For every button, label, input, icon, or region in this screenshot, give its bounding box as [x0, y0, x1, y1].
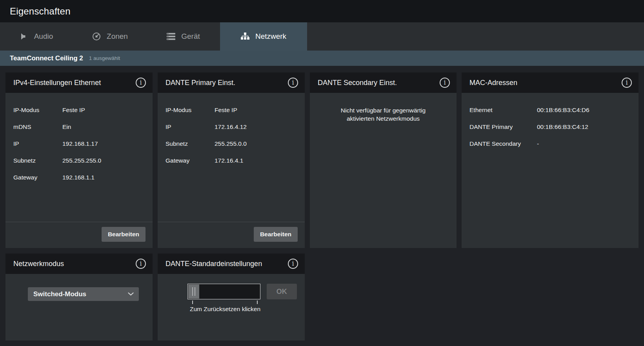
- card-title: MAC-Adressen: [469, 79, 517, 87]
- card-header: IPv4-Einstellungen Ethernet i: [5, 72, 153, 93]
- property-row: DANTE Primary 00:1B:66:B3:C4:12: [469, 123, 631, 130]
- card-title: IPv4-Einstellungen Ethernet: [13, 79, 101, 87]
- property-row: Gateway 192.168.1.1: [13, 174, 145, 181]
- reset-slider-handle[interactable]: [188, 284, 199, 299]
- property-label: Subnetz: [166, 140, 215, 147]
- property-label: DANTE Secondary: [469, 140, 537, 147]
- property-value: 255.255.255.0: [62, 157, 101, 164]
- chevron-down-icon: [128, 292, 134, 296]
- card-header: DANTE Secondary Einst. i: [310, 72, 457, 93]
- audio-speaker-icon: [20, 33, 28, 40]
- content-area: IPv4-Einstellungen Ethernet i IP-Modus F…: [0, 66, 644, 341]
- device-name: TeamConnect Ceiling 2: [10, 54, 83, 62]
- property-row: IP 192.168.1.17: [13, 140, 145, 147]
- property-row: Subnetz 255.255.255.0: [13, 157, 145, 164]
- device-subheader: TeamConnect Ceiling 2 1 ausgewählt: [0, 51, 644, 66]
- card-footer: Bearbeiten: [5, 222, 153, 248]
- card-dante-primary: DANTE Primary Einst. i IP-Modus Feste IP…: [158, 72, 305, 248]
- tab-audio[interactable]: Audio: [0, 22, 73, 51]
- card-footer: Bearbeiten: [158, 222, 305, 248]
- property-label: Ethernet: [469, 106, 537, 114]
- not-available-message: Nicht verfügbar für gegenwärtig aktivier…: [318, 106, 449, 123]
- network-tree-icon: [241, 33, 249, 40]
- tab-label: Gerät: [181, 32, 200, 41]
- property-label: IP: [166, 123, 215, 130]
- property-label: DANTE Primary: [469, 123, 537, 130]
- card-dante-defaults: DANTE-Standardeinstellungen i OK: [158, 254, 305, 341]
- slider-ticks: [187, 301, 263, 304]
- titlebar: Eigenschaften: [0, 0, 644, 22]
- info-icon[interactable]: i: [288, 259, 298, 269]
- edit-button[interactable]: Bearbeiten: [102, 227, 146, 242]
- card-dante-secondary: DANTE Secondary Einst. i Nicht verfügbar…: [310, 72, 457, 248]
- property-label: IP-Modus: [166, 106, 215, 114]
- card-title: DANTE Primary Einst.: [166, 79, 235, 87]
- property-value: 172.16.4.12: [215, 123, 247, 130]
- property-row: IP-Modus Feste IP: [166, 106, 297, 114]
- property-value: -: [537, 140, 539, 147]
- tab-label: Netzwerk: [255, 32, 286, 41]
- reset-slider-track[interactable]: [187, 284, 260, 299]
- property-row: mDNS Ein: [13, 123, 145, 130]
- page-title: Eigenschaften: [10, 6, 71, 17]
- card-network-mode: Netzwerkmodus i Switched-Modus: [5, 254, 153, 341]
- reset-hint: Zum Zurücksetzen klicken: [190, 306, 297, 313]
- property-label: Subnetz: [13, 157, 62, 164]
- card-body: OK Zum Zurücksetzen klicken: [158, 274, 305, 341]
- tabbar: Audio Zonen Gerät: [0, 22, 644, 51]
- network-mode-select[interactable]: Switched-Modus: [28, 287, 139, 301]
- property-value: 172.16.4.1: [215, 157, 243, 164]
- card-body: IP-Modus Feste IP IP 172.16.4.12 Subnetz…: [158, 93, 305, 222]
- property-value: 00:1B:66:B3:C4:D6: [537, 106, 589, 114]
- property-label: Gateway: [166, 157, 215, 164]
- card-title: Netzwerkmodus: [13, 260, 64, 268]
- select-value: Switched-Modus: [33, 290, 86, 298]
- property-value: Ein: [62, 123, 71, 130]
- app-window: Eigenschaften Audio Zonen: [0, 0, 644, 346]
- slider-tick: [192, 301, 193, 304]
- info-icon[interactable]: i: [622, 78, 632, 88]
- tab-label: Audio: [34, 32, 53, 41]
- info-icon[interactable]: i: [288, 78, 298, 88]
- property-value: Feste IP: [62, 106, 85, 114]
- card-ipv4-ethernet: IPv4-Einstellungen Ethernet i IP-Modus F…: [5, 72, 153, 248]
- slider-grip-line: [195, 287, 195, 296]
- property-row: Ethernet 00:1B:66:B3:C4:D6: [469, 106, 631, 114]
- tab-netzwerk[interactable]: Netzwerk: [220, 22, 307, 51]
- tab-zonen[interactable]: Zonen: [73, 22, 147, 51]
- property-row: Gateway 172.16.4.1: [166, 157, 297, 164]
- property-row: DANTE Secondary -: [469, 140, 631, 147]
- card-title: DANTE Secondary Einst.: [318, 79, 397, 87]
- card-mac-addresses: MAC-Adressen i Ethernet 00:1B:66:B3:C4:D…: [462, 72, 639, 248]
- device-list-icon: [167, 33, 175, 40]
- property-label: mDNS: [13, 123, 62, 130]
- card-header: DANTE-Standardeinstellungen i: [158, 254, 305, 274]
- property-value: 255.255.0.0: [215, 140, 247, 147]
- tab-geraet[interactable]: Gerät: [147, 22, 220, 51]
- ok-button[interactable]: OK: [267, 284, 297, 299]
- property-row: Subnetz 255.255.0.0: [166, 140, 297, 147]
- tab-label: Zonen: [107, 32, 128, 41]
- info-icon[interactable]: i: [136, 78, 146, 88]
- property-value: Feste IP: [215, 106, 237, 114]
- info-icon[interactable]: i: [136, 259, 146, 269]
- selected-count: 1 ausgewählt: [89, 55, 120, 61]
- info-icon[interactable]: i: [440, 78, 450, 88]
- property-label: IP: [13, 140, 62, 147]
- card-body: IP-Modus Feste IP mDNS Ein IP 192.168.1.…: [5, 93, 153, 222]
- card-header: DANTE Primary Einst. i: [158, 72, 305, 93]
- edit-button[interactable]: Bearbeiten: [254, 227, 298, 242]
- slider-grip-line: [192, 287, 193, 296]
- property-value: 00:1B:66:B3:C4:12: [537, 123, 588, 130]
- card-title: DANTE-Standardeinstellungen: [166, 260, 262, 268]
- property-value: 192.168.1.17: [62, 140, 98, 147]
- card-header: Netzwerkmodus i: [5, 254, 153, 274]
- slider-tick: [257, 301, 258, 304]
- property-row: IP 172.16.4.12: [166, 123, 297, 130]
- card-header: MAC-Adressen i: [462, 72, 639, 93]
- card-body: Ethernet 00:1B:66:B3:C4:D6 DANTE Primary…: [462, 93, 639, 248]
- property-value: 192.168.1.1: [62, 174, 95, 181]
- card-body: Nicht verfügbar für gegenwärtig aktivier…: [310, 93, 457, 248]
- card-body: Switched-Modus: [5, 274, 153, 341]
- zones-dial-icon: [92, 32, 101, 41]
